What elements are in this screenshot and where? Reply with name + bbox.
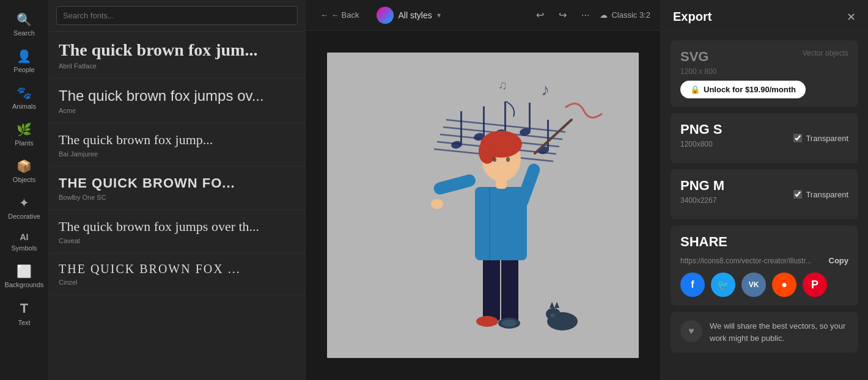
svg-rect-10 xyxy=(504,101,506,133)
font-item-caveat[interactable]: The quick brown fox jumps over th... Cav… xyxy=(49,210,305,254)
export-body: SVG 1200 x 800 Vector objects 🔒 Unlock f… xyxy=(661,32,868,380)
promo-section: ♥ We will share the best vectors, so you… xyxy=(671,312,858,353)
font-name-caveat: Caveat xyxy=(59,237,295,244)
svg-rect-17 xyxy=(501,254,518,324)
text-icon: T xyxy=(20,301,28,316)
svg-rect-14 xyxy=(547,120,549,150)
pinterest-button[interactable]: P xyxy=(803,272,827,297)
sidebar-decorative-label: Decorative xyxy=(8,213,40,220)
share-title: SHARE xyxy=(680,234,848,250)
sidebar-item-animals[interactable]: 🐾 Animals xyxy=(0,79,48,116)
font-preview-caveat: The quick brown fox jumps over th... xyxy=(59,219,295,235)
mode-label: Classic 3:2 xyxy=(611,10,650,20)
font-item-bowlby[interactable]: THE QUICK BROWN FO... Bowlby One SC xyxy=(49,167,305,210)
font-item-acme[interactable]: The quick brown fox jumps ov... Acme xyxy=(49,79,305,123)
sidebar-item-plants[interactable]: 🌿 Plants xyxy=(0,116,48,153)
font-preview-abril: The quick brown fox jum... xyxy=(59,40,295,60)
canvas-container[interactable]: ♪ ♫ UISDC xyxy=(306,31,660,380)
back-label: ← Back xyxy=(331,10,359,20)
sidebar-item-decorative[interactable]: ✦ Decorative xyxy=(0,189,48,226)
more-options-button[interactable]: ··· xyxy=(578,7,592,24)
sidebar-backgrounds-label: Backgrounds xyxy=(4,281,43,288)
png-m-section: PNG M 3400x2267 Transparent xyxy=(671,169,858,219)
unlock-button[interactable]: 🔒 Unlock for $19.90/month xyxy=(680,81,806,98)
svg-point-32 xyxy=(431,199,443,209)
export-header: Export ✕ xyxy=(661,0,868,32)
font-name-acme: Acme xyxy=(59,107,295,114)
vector-label: Vector objects xyxy=(803,49,848,57)
unlock-label: Unlock for $19.90/month xyxy=(704,85,796,94)
png-m-transparent-checkbox[interactable] xyxy=(793,190,802,199)
twitter-button[interactable]: 🐦 xyxy=(711,272,735,297)
vk-button[interactable]: VK xyxy=(741,272,766,297)
heart-icon: ♥ xyxy=(688,326,694,337)
png-m-transparent-text: Transparent xyxy=(806,190,848,199)
png-m-row: PNG M 3400x2267 Transparent xyxy=(680,178,848,211)
mode-badge: ☁ Classic 3:2 xyxy=(600,10,650,20)
sidebar-animals-label: Animals xyxy=(12,103,36,110)
sidebar-item-symbols[interactable]: AI Symbols xyxy=(0,226,48,258)
mode-icon: ☁ xyxy=(600,10,608,20)
sidebar: 🔍 Search 👤 People 🐾 Animals 🌿 Plants 📦 O… xyxy=(0,0,49,380)
svg-subtitle: 1200 x 800 xyxy=(680,67,716,76)
svg-point-20 xyxy=(502,320,517,327)
export-panel: Export ✕ SVG 1200 x 800 Vector objects 🔒… xyxy=(660,0,868,380)
sidebar-symbols-label: Symbols xyxy=(11,244,37,252)
png-s-subtitle: 1200x800 xyxy=(680,140,722,148)
people-icon: 👤 xyxy=(17,49,32,64)
sidebar-people-label: People xyxy=(13,66,34,73)
png-s-row: PNG S 1200x800 Transparent xyxy=(680,122,848,155)
font-preview-acme: The quick brown fox jumps ov... xyxy=(59,87,295,104)
sidebar-item-search[interactable]: 🔍 Search xyxy=(0,6,48,43)
font-item-abril[interactable]: The quick brown fox jum... Abril Fatface xyxy=(49,32,305,79)
avatar xyxy=(377,7,394,24)
sidebar-item-objects[interactable]: 📦 Objects xyxy=(0,153,48,189)
font-search-area xyxy=(49,0,305,32)
top-bar-actions: ↩ ↪ ··· xyxy=(533,6,592,24)
copy-button[interactable]: Copy xyxy=(829,256,849,265)
decorative-icon: ✦ xyxy=(19,195,29,210)
png-s-title: PNG S xyxy=(680,122,722,137)
font-item-cinzel[interactable]: THE QUICK BROWN FOX ... Cinzel xyxy=(49,254,305,295)
objects-icon: 📦 xyxy=(17,159,32,174)
promo-heart-icon: ♥ xyxy=(680,320,702,342)
svg-point-30 xyxy=(506,157,510,162)
top-bar: ← ← Back All styles ▾ ↩ ↪ ··· ☁ Classic … xyxy=(306,0,660,31)
png-m-subtitle: 3400x2267 xyxy=(680,196,724,205)
sidebar-item-backgrounds[interactable]: ⬜ Backgrounds xyxy=(0,258,48,294)
style-selector[interactable]: All styles ▾ xyxy=(377,7,441,24)
back-button[interactable]: ← ← Back xyxy=(315,7,364,23)
reddit-button[interactable]: ● xyxy=(772,272,796,297)
png-s-transparent-checkbox[interactable] xyxy=(793,134,802,142)
font-search-input[interactable] xyxy=(56,6,298,25)
facebook-button[interactable]: f xyxy=(680,272,705,297)
font-item-bai[interactable]: The quick brown fox jump... Bai Jamjuree xyxy=(49,123,305,167)
svg-rect-6 xyxy=(460,111,462,145)
style-label: All styles xyxy=(399,10,432,20)
export-title: Export xyxy=(673,10,712,24)
png-s-section: PNG S 1200x800 Transparent xyxy=(671,113,858,163)
sidebar-item-people[interactable]: 👤 People xyxy=(0,43,48,79)
font-name-bowlby: Bowlby One SC xyxy=(59,194,295,201)
canvas-frame: ♪ ♫ UISDC xyxy=(327,53,639,358)
redo-button[interactable]: ↪ xyxy=(556,6,570,24)
svg-point-18 xyxy=(476,316,498,327)
png-m-transparent-label[interactable]: Transparent xyxy=(793,190,848,199)
search-icon: 🔍 xyxy=(17,12,32,27)
svg-rect-8 xyxy=(483,106,485,137)
png-s-transparent-text: Transparent xyxy=(806,134,848,143)
share-link-row: https://icons8.com/vector-creator/illust… xyxy=(680,256,848,265)
undo-button[interactable]: ↩ xyxy=(533,6,547,24)
png-s-transparent-label[interactable]: Transparent xyxy=(793,134,848,143)
sidebar-plants-label: Plants xyxy=(15,139,34,147)
close-button[interactable]: ✕ xyxy=(847,10,856,24)
png-m-title: PNG M xyxy=(680,178,724,194)
font-preview-bai: The quick brown fox jump... xyxy=(59,132,295,148)
sidebar-item-text[interactable]: T Text xyxy=(0,294,48,332)
font-preview-cinzel: THE QUICK BROWN FOX ... xyxy=(59,262,295,276)
font-list: The quick brown fox jum... Abril Fatface… xyxy=(49,32,305,380)
svg-rect-12 xyxy=(529,103,531,132)
social-icons: f 🐦 VK ● P xyxy=(680,272,848,297)
font-name-abril: Abril Fatface xyxy=(59,62,295,70)
illustration-svg: ♪ ♫ UISDC xyxy=(327,53,639,358)
